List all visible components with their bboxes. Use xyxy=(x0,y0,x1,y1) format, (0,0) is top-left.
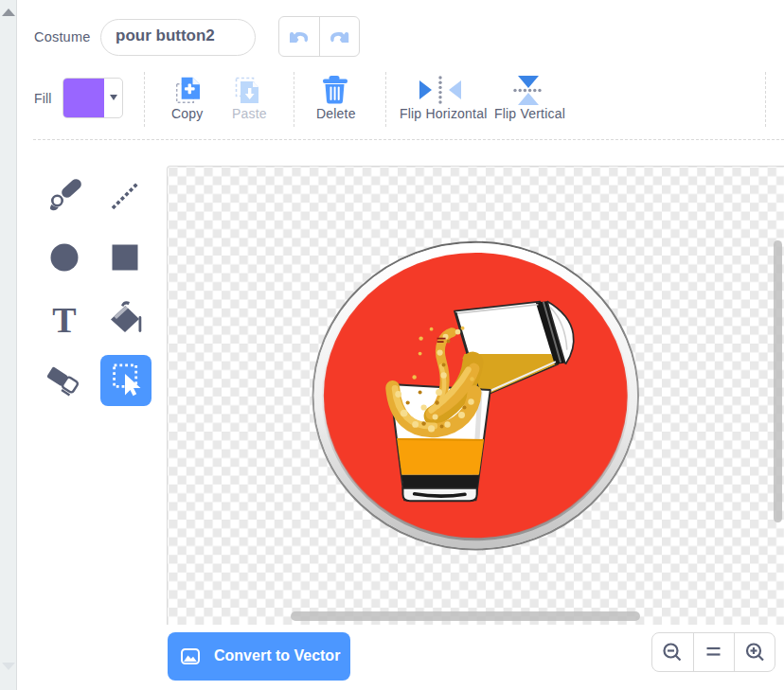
svg-text:T: T xyxy=(52,300,76,340)
